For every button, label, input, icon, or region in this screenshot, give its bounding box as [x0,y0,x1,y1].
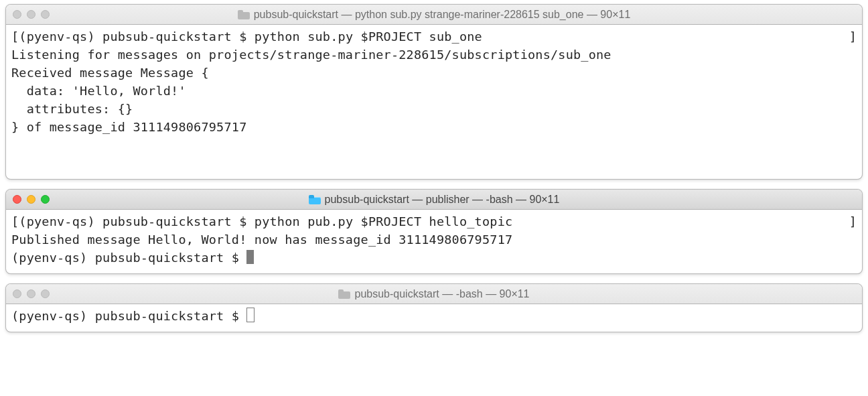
terminal-output: Listening for messages on projects/stran… [11,48,611,134]
zoom-icon[interactable] [41,289,50,298]
prompt-line: (pyenv-qs) pubsub-quickstart $ [11,251,246,265]
close-icon[interactable] [13,10,21,19]
minimize-icon[interactable] [27,10,35,19]
minimize-icon[interactable] [27,289,35,298]
terminal-content[interactable]: [(pyenv-qs) pubsub-quickstart $ python s… [6,25,862,179]
terminal-content[interactable]: (pyenv-qs) pubsub-quickstart $ [6,304,862,332]
traffic-lights [13,289,50,298]
bracket-left: [ [11,27,19,46]
folder-icon [338,289,350,299]
window-title: pubsub-quickstart — publisher — -bash — … [325,194,560,206]
traffic-lights [13,195,50,204]
window-title: pubsub-quickstart — -bash — 90×11 [354,288,529,300]
terminal-window-idle: pubsub-quickstart — -bash — 90×11 (pyenv… [5,283,863,332]
command-line: (pyenv-qs) pubsub-quickstart $ python pu… [19,212,512,230]
cursor-icon [246,250,254,264]
folder-icon [309,195,321,204]
close-icon[interactable] [13,289,21,298]
folder-icon [238,10,250,19]
titlebar[interactable]: pubsub-quickstart — publisher — -bash — … [6,190,862,210]
cursor-icon [246,308,255,322]
command-line: (pyenv-qs) pubsub-quickstart $ python su… [19,27,482,46]
titlebar[interactable]: pubsub-quickstart — python sub.py strang… [6,5,862,25]
terminal-window-publisher: pubsub-quickstart — publisher — -bash — … [5,189,863,274]
bracket-right: ] [849,212,857,230]
prompt-line: (pyenv-qs) pubsub-quickstart $ [11,309,246,323]
bracket-left: [ [11,212,19,230]
traffic-lights [13,10,50,19]
terminal-content[interactable]: [(pyenv-qs) pubsub-quickstart $ python p… [6,210,862,273]
minimize-icon[interactable] [27,195,35,204]
terminal-window-subscriber: pubsub-quickstart — python sub.py strang… [5,4,863,180]
titlebar[interactable]: pubsub-quickstart — -bash — 90×11 [6,284,862,304]
terminal-output: Published message Hello, World! now has … [11,233,512,247]
window-title: pubsub-quickstart — python sub.py strang… [254,9,631,21]
bracket-right: ] [849,27,857,46]
close-icon[interactable] [13,195,21,204]
zoom-icon[interactable] [41,10,50,19]
zoom-icon[interactable] [41,195,50,204]
